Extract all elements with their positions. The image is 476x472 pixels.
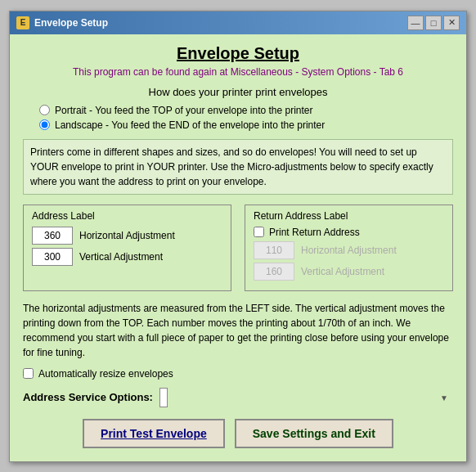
address-horizontal-row: Horizontal Adjustment (32, 227, 222, 245)
print-return-label: Print Return Address (269, 227, 360, 238)
auto-resize-row: Automatically resize envelopes (23, 368, 453, 380)
printer-section-label: How does your printer print envelopes (23, 86, 453, 98)
orientation-radio-group: Portrait - You feed the TOP of your enve… (23, 105, 453, 131)
maximize-button[interactable]: □ (425, 16, 442, 30)
return-vertical-label: Vertical Adjustment (301, 266, 384, 277)
auto-resize-label: Automatically resize envelopes (38, 368, 173, 380)
address-vertical-label: Vertical Adjustment (79, 251, 163, 263)
content-area: Envelope Setup This program can be found… (10, 34, 466, 461)
address-horizontal-input[interactable] (32, 227, 73, 245)
portrait-radio[interactable] (39, 105, 50, 115)
minimize-button[interactable]: — (407, 16, 424, 30)
bottom-description: The horizontal adjustments are measured … (23, 301, 453, 360)
title-bar: E Envelope Setup — □ ✕ (10, 11, 466, 34)
print-test-button[interactable]: Print Test Envelope (83, 419, 225, 448)
return-horizontal-input (254, 241, 294, 259)
print-return-checkbox[interactable] (254, 227, 264, 237)
return-horizontal-row: Horizontal Adjustment (254, 241, 444, 259)
service-label: Address Service Options: (23, 391, 153, 403)
address-label-title: Address Label (32, 210, 222, 222)
return-address-title: Return Address Label (254, 210, 444, 222)
title-bar-controls: — □ ✕ (407, 16, 460, 30)
landscape-radio[interactable] (39, 119, 50, 130)
landscape-label: Landscape - You feed the END of the enve… (55, 119, 325, 131)
page-title: Envelope Setup (23, 44, 453, 63)
return-horizontal-label: Horizontal Adjustment (301, 245, 397, 256)
portrait-label: Portrait - You feed the TOP of your enve… (55, 105, 313, 116)
landscape-option[interactable]: Landscape - You feed the END of the enve… (39, 119, 453, 131)
return-vertical-row: Vertical Adjustment (254, 263, 444, 281)
address-vertical-input[interactable] (32, 248, 73, 266)
close-button[interactable]: ✕ (443, 16, 460, 30)
portrait-option[interactable]: Portrait - You feed the TOP of your enve… (39, 105, 453, 116)
address-horizontal-label: Horizontal Adjustment (79, 230, 175, 241)
save-settings-button[interactable]: Save Settings and Exit (235, 419, 393, 448)
print-return-checkbox-row[interactable]: Print Return Address (254, 227, 444, 238)
address-vertical-row: Vertical Adjustment (32, 248, 222, 266)
service-select-wrapper (159, 388, 453, 407)
title-bar-left: E Envelope Setup (16, 16, 108, 29)
app-icon: E (16, 16, 29, 29)
service-select[interactable] (159, 388, 168, 407)
description-text: Printers come in different shapes and si… (23, 139, 453, 195)
subtitle: This program can be found again at Misce… (23, 66, 453, 78)
address-service-row: Address Service Options: (23, 388, 453, 407)
address-label-group: Address Label Horizontal Adjustment Vert… (23, 205, 231, 291)
main-window: E Envelope Setup — □ ✕ Envelope Setup Th… (9, 11, 467, 462)
auto-resize-checkbox[interactable] (23, 368, 34, 379)
buttons-row: Print Test Envelope Save Settings and Ex… (23, 419, 453, 448)
return-vertical-input (254, 263, 294, 281)
return-address-group: Return Address Label Print Return Addres… (245, 205, 453, 291)
adjustments-row: Address Label Horizontal Adjustment Vert… (23, 205, 453, 291)
window-title: Envelope Setup (34, 17, 108, 29)
